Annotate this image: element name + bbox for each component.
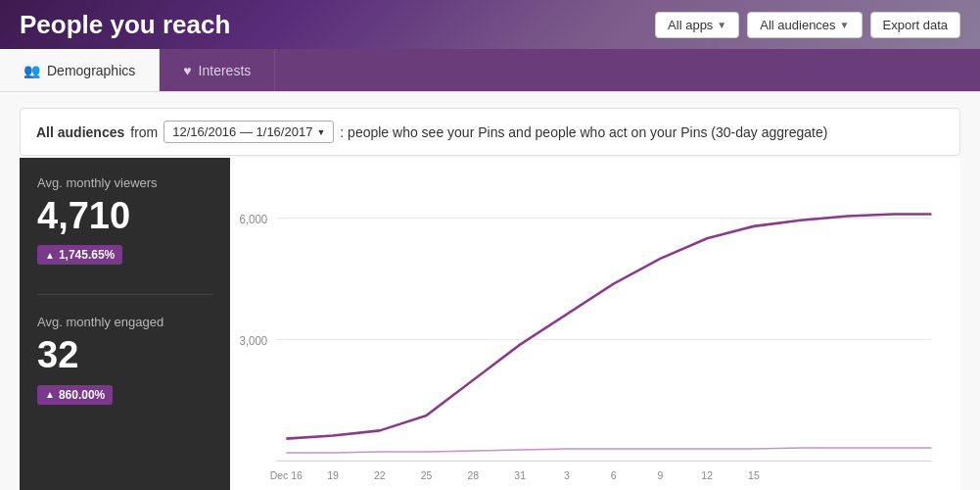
engaged-value: 32 (37, 335, 212, 376)
tab-interests[interactable]: ♥ Interests (160, 49, 275, 91)
svg-text:6: 6 (611, 469, 617, 481)
svg-text:3,000: 3,000 (240, 333, 268, 348)
up-arrow-icon: ▲ (45, 250, 55, 261)
viewers-value: 4,710 (37, 196, 212, 237)
filter-suffix: : people who see your Pins and people wh… (340, 124, 827, 140)
stats-panel: Avg. monthly viewers 4,710 ▲ 1,745.65% A… (20, 158, 230, 490)
all-audiences-label: All audiences (760, 18, 835, 32)
svg-text:15: 15 (748, 469, 760, 481)
date-range-value: 12/16/2016 — 1/16/2017 (172, 124, 312, 139)
all-audiences-button[interactable]: All audiences ▼ (747, 12, 862, 38)
data-section: Avg. monthly viewers 4,710 ▲ 1,745.65% A… (20, 158, 960, 490)
export-data-button[interactable]: Export data (870, 12, 961, 38)
engaged-badge-text: 860.00% (59, 388, 105, 402)
demographics-icon: 👥 (23, 63, 40, 78)
chevron-down-icon: ▼ (840, 20, 850, 30)
page-header: People you reach All apps ▼ All audience… (0, 0, 980, 49)
all-apps-label: All apps (668, 18, 713, 32)
engaged-label: Avg. monthly engaged (37, 315, 212, 329)
all-apps-button[interactable]: All apps ▼ (655, 12, 739, 38)
viewers-label: Avg. monthly viewers (37, 175, 212, 190)
svg-text:22: 22 (374, 469, 386, 481)
chart-area: 6,000 3,000 Dec 16 19 22 25 28 31 3 6 (230, 158, 960, 490)
svg-text:12: 12 (701, 469, 713, 481)
tab-demographics[interactable]: 👥 Demographics (0, 49, 160, 91)
svg-text:25: 25 (421, 469, 433, 481)
filter-from-label: from (130, 124, 158, 140)
tab-interests-label: Interests (199, 63, 252, 78)
svg-text:28: 28 (468, 469, 480, 481)
svg-text:19: 19 (327, 469, 339, 481)
interests-icon: ♥ (183, 63, 191, 78)
filter-prefix: All audiences (36, 124, 124, 140)
header-controls: All apps ▼ All audiences ▼ Export data (655, 12, 960, 38)
up-arrow-icon: ▲ (45, 389, 55, 400)
export-data-label: Export data (883, 18, 949, 32)
page-title: People you reach (20, 10, 230, 40)
stat-divider (37, 294, 212, 295)
chevron-down-icon: ▼ (316, 127, 325, 137)
line-chart: 6,000 3,000 Dec 16 19 22 25 28 31 3 6 (230, 168, 941, 481)
tabs-bar: 👥 Demographics ♥ Interests (0, 49, 980, 92)
svg-text:6,000: 6,000 (240, 212, 268, 226)
date-range-select[interactable]: 12/16/2016 — 1/16/2017 ▼ (163, 121, 334, 143)
svg-text:31: 31 (514, 469, 526, 481)
viewers-badge-text: 1,745.65% (59, 248, 115, 262)
content-area: All audiences from 12/16/2016 — 1/16/201… (0, 92, 980, 490)
viewers-badge: ▲ 1,745.65% (37, 245, 122, 265)
svg-text:9: 9 (658, 469, 664, 481)
engaged-badge: ▲ 860.00% (37, 385, 113, 405)
svg-text:3: 3 (564, 469, 570, 481)
svg-text:Dec 16: Dec 16 (270, 469, 303, 481)
tab-demographics-label: Demographics (47, 63, 135, 78)
chevron-down-icon: ▼ (717, 20, 726, 30)
viewers-stat-block: Avg. monthly viewers 4,710 ▲ 1,745.65% (37, 175, 212, 265)
engaged-stat-block: Avg. monthly engaged 32 ▲ 860.00% (37, 315, 212, 404)
filter-bar: All audiences from 12/16/2016 — 1/16/201… (20, 108, 960, 156)
